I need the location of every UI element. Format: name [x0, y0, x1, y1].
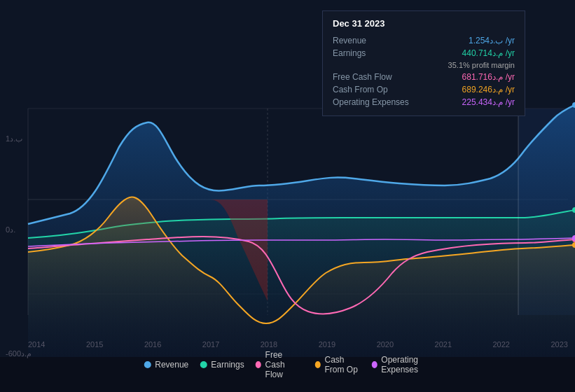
tooltip-label-opex: Operating Expenses — [333, 97, 410, 107]
x-label-2021: 2021 — [435, 340, 452, 349]
tooltip-row-fcf: Free Cash Flow 681.716م.د /yr — [333, 71, 515, 83]
chart-legend: Revenue Earnings Free Cash Flow Cash Fro… — [144, 350, 431, 379]
tooltip-value-revenue: 1.254ب.د /yr — [469, 36, 515, 46]
legend-item-opex[interactable]: Operating Expenses — [371, 355, 431, 374]
legend-label-revenue: Revenue — [155, 360, 188, 370]
x-label-2019: 2019 — [319, 340, 335, 349]
x-label-2023: 2023 — [550, 340, 567, 349]
x-label-2014: 2014 — [28, 340, 45, 349]
legend-dot-cashfromop — [315, 361, 321, 368]
legend-dot-fcf — [256, 361, 261, 368]
legend-label-fcf: Free Cash Flow — [265, 350, 304, 379]
tooltip-row-earnings: Earnings 440.714م.د /yr — [333, 47, 515, 59]
x-label-2017: 2017 — [202, 340, 219, 349]
tooltip-row-cashfromop: Cash From Op 689.246م.د /yr — [333, 83, 515, 96]
tooltip-row-opex: Operating Expenses 225.434م.د /yr — [333, 96, 515, 108]
tooltip-value-earnings: 440.714م.د /yr — [462, 48, 515, 58]
legend-dot-opex — [371, 361, 377, 368]
tooltip-label-cashfromop: Cash From Op — [333, 85, 410, 94]
y-label-1b: 1ب.د — [6, 134, 22, 144]
chart-container: Dec 31 2023 Revenue 1.254ب.د /yr Earning… — [0, 0, 575, 392]
legend-label-cashfromop: Cash From Op — [324, 355, 360, 374]
tooltip-row-margin: 35.1% profit margin — [333, 59, 515, 71]
tooltip-title: Dec 31 2023 — [333, 18, 515, 29]
x-label-2022: 2022 — [493, 340, 510, 349]
legend-label-opex: Operating Expenses — [381, 355, 431, 374]
legend-dot-revenue — [144, 361, 151, 368]
legend-dot-earnings — [200, 361, 207, 368]
tooltip-row-revenue: Revenue 1.254ب.د /yr — [333, 34, 515, 47]
tooltip-label-fcf: Free Cash Flow — [333, 72, 410, 82]
tooltip-label-revenue: Revenue — [333, 36, 410, 46]
x-label-2015: 2015 — [86, 340, 103, 349]
legend-item-revenue[interactable]: Revenue — [144, 360, 188, 370]
tooltip-box: Dec 31 2023 Revenue 1.254ب.د /yr Earning… — [322, 10, 525, 116]
legend-item-earnings[interactable]: Earnings — [200, 360, 244, 370]
tooltip-value-margin: 35.1% profit margin — [448, 61, 515, 69]
y-label-neg600m: -600م.د — [6, 349, 32, 358]
x-label-2016: 2016 — [144, 340, 161, 349]
x-label-2018: 2018 — [261, 340, 277, 349]
legend-item-cashfromop[interactable]: Cash From Op — [315, 355, 361, 374]
tooltip-value-opex: 225.434م.د /yr — [462, 97, 515, 107]
y-label-0: 0د. — [6, 225, 15, 234]
tooltip-value-cashfromop: 689.246م.د /yr — [462, 85, 515, 94]
tooltip-label-earnings: Earnings — [333, 48, 410, 58]
x-label-2020: 2020 — [377, 340, 394, 349]
legend-label-earnings: Earnings — [211, 360, 244, 370]
tooltip-value-fcf: 681.716م.د /yr — [462, 72, 515, 82]
legend-item-fcf[interactable]: Free Cash Flow — [256, 350, 304, 379]
